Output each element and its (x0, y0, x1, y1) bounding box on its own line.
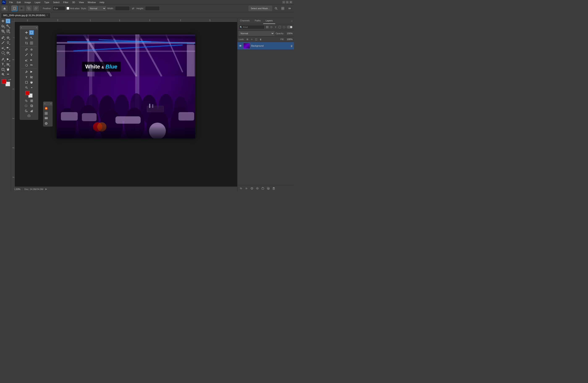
float-bottom-2[interactable] (29, 104, 34, 108)
float-blur[interactable] (24, 63, 29, 68)
menu-window[interactable]: Window (86, 1, 97, 4)
smudge-tool[interactable] (6, 50, 10, 55)
brush-tool[interactable] (1, 40, 5, 45)
float-extra-tool-bottom[interactable] (27, 114, 31, 118)
clone-stamp-tool[interactable] (6, 40, 10, 45)
select-and-mask-button[interactable]: Select and Mask... (249, 6, 272, 11)
close-button[interactable]: ✕ (290, 1, 292, 3)
menu-filter[interactable]: Filter (62, 1, 70, 4)
float-smudge[interactable] (29, 63, 34, 68)
float-pen[interactable] (24, 69, 29, 74)
lock-artboard-icon[interactable] (254, 37, 258, 41)
canvas-image[interactable]: White & Blue (57, 34, 195, 138)
float-text[interactable]: T (24, 75, 29, 79)
floating-toolbox-header[interactable]: « × (20, 26, 38, 30)
eyedropper-tool[interactable] (1, 35, 5, 40)
anti-alias-label[interactable]: Anti-alias (66, 7, 80, 10)
home-button[interactable] (2, 6, 8, 11)
panel2-expand-button[interactable]: » (44, 103, 45, 105)
menu-file[interactable]: File (8, 1, 15, 4)
tab-close-button[interactable]: × (47, 14, 48, 16)
float-extra-2[interactable] (29, 99, 34, 103)
document-tab[interactable]: IMG_2949~photo.jpg @ 33,3% (RGB/8#) × (1, 13, 51, 18)
tab-channels[interactable]: Channels (237, 18, 252, 24)
layer-item-background[interactable]: Background (237, 42, 294, 50)
float-more[interactable]: ••• (29, 85, 34, 90)
float-gradient[interactable] (29, 58, 34, 62)
spot-heal-brush-tool[interactable] (6, 35, 10, 40)
blending-mode-select[interactable]: Normal Multiply Screen Overlay (239, 31, 274, 36)
marquee-ellipse-option[interactable] (19, 6, 24, 11)
float-bottom-1[interactable] (24, 104, 29, 108)
add-group-button[interactable] (260, 186, 265, 191)
foreground-color[interactable] (2, 79, 6, 84)
menu-type[interactable]: Type (42, 1, 51, 4)
move-tool[interactable] (1, 19, 5, 23)
add-adjustment-button[interactable] (255, 186, 260, 191)
slice-tool[interactable] (6, 29, 10, 33)
add-mask-button[interactable] (250, 186, 254, 191)
shape-tool[interactable] (1, 67, 5, 72)
panel-tab-menu[interactable]: ≡ (290, 18, 294, 24)
menu-select[interactable]: Select (51, 1, 61, 4)
lock-all-icon[interactable] (259, 37, 262, 41)
share-icon-btn[interactable] (287, 6, 292, 11)
float-magic-wand[interactable] (29, 36, 34, 40)
pen-tool[interactable] (1, 57, 5, 62)
fill-value[interactable]: 100% (285, 38, 293, 41)
filter-vector-btn[interactable] (278, 25, 282, 29)
menu-image[interactable]: Image (23, 1, 33, 4)
panel2-color-wheel[interactable] (44, 106, 48, 111)
float-slice-tool[interactable] (29, 41, 34, 45)
toolbox-collapse-button[interactable]: « (21, 27, 22, 29)
float-lasso-tool[interactable] (24, 36, 29, 40)
filter-adjust-btn[interactable] (270, 25, 273, 29)
crop-tool[interactable] (1, 29, 5, 33)
reset-default-colors[interactable]: ↩ (8, 79, 10, 81)
marquee-subtract-option[interactable] (33, 6, 39, 11)
menu-edit[interactable]: Edit (15, 1, 22, 4)
anti-alias-checkbox[interactable] (66, 7, 69, 10)
filter-text-btn[interactable]: T (274, 25, 277, 29)
float-clone-stamp[interactable] (29, 52, 34, 57)
eraser-tool[interactable] (1, 45, 5, 50)
add-layer-button[interactable] (266, 186, 271, 191)
blur-tool[interactable] (1, 50, 5, 55)
lock-position-icon[interactable] (250, 37, 253, 41)
width-input[interactable] (115, 6, 130, 11)
minimize-button[interactable]: ─ (282, 1, 285, 3)
more-tools-button[interactable]: ••• (6, 72, 10, 77)
float-hand[interactable] (29, 80, 34, 85)
layer-visibility-toggle[interactable] (239, 44, 242, 47)
swap-dimensions-button[interactable]: ⇄ (131, 6, 135, 10)
hand-tool[interactable] (6, 67, 10, 72)
float-spot-heal[interactable] (29, 47, 34, 52)
rectangular-marquee-tool[interactable] (6, 19, 10, 23)
float-rotate-tool[interactable] (24, 108, 29, 113)
magic-wand-tool[interactable] (6, 24, 10, 28)
direct-selection-tool[interactable] (6, 62, 10, 66)
marquee-add-option[interactable] (26, 6, 32, 11)
path-selection-tool[interactable] (6, 57, 10, 62)
delete-layer-button[interactable] (272, 186, 276, 191)
height-input[interactable] (145, 6, 160, 11)
panel2-adjust-view[interactable] (44, 121, 48, 126)
maximize-button[interactable]: □ (286, 1, 289, 3)
text-tool[interactable]: T (1, 62, 5, 66)
lasso-tool[interactable] (1, 24, 5, 28)
filter-smart-obj-btn[interactable] (282, 25, 286, 29)
feather-input[interactable] (53, 6, 65, 11)
menu-help[interactable]: Help (98, 1, 106, 4)
tab-layers[interactable]: Layers (263, 18, 275, 24)
layers-filter-input[interactable]: 🔍 Kind (239, 25, 265, 29)
floating-panel2-header[interactable]: » × (43, 102, 52, 106)
menu-layer[interactable]: Layer (33, 1, 42, 4)
lock-pixels-icon[interactable] (245, 37, 249, 41)
opacity-value[interactable]: 100% (285, 32, 293, 35)
style-select[interactable]: Normal Fixed Ratio Fixed Size (88, 6, 106, 11)
float-tool-1[interactable] (24, 30, 29, 35)
panel2-grid-view[interactable] (44, 111, 48, 116)
gradient-tool[interactable] (6, 45, 10, 50)
float-foreground-color[interactable] (25, 91, 30, 95)
panel2-layers-view[interactable] (44, 116, 48, 121)
